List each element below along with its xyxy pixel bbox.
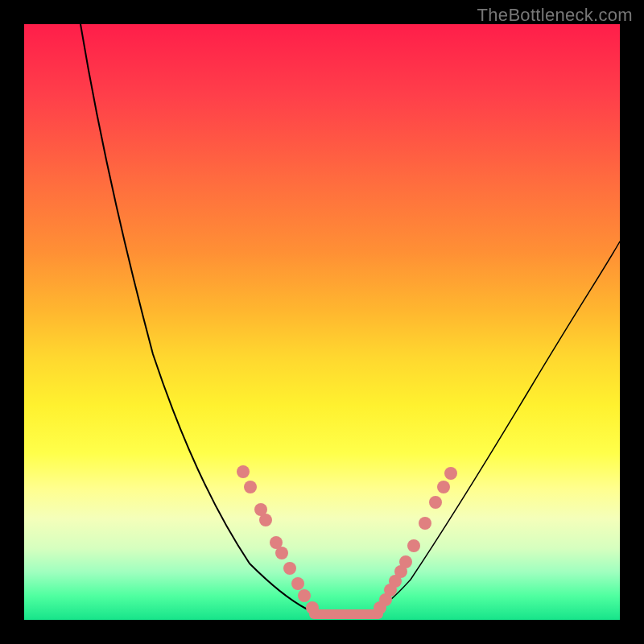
marker-dot	[419, 517, 431, 530]
markers-right	[374, 467, 457, 614]
marker-dot	[291, 577, 304, 590]
chart-stage: TheBottleneck.com	[0, 0, 644, 644]
marker-dot	[275, 547, 288, 559]
left-curve	[80, 24, 322, 613]
marker-dot	[444, 467, 457, 480]
markers-left	[237, 465, 319, 614]
marker-dot	[298, 589, 311, 602]
marker-dot	[283, 562, 296, 575]
chart-plot-area	[24, 24, 620, 620]
marker-dot	[399, 555, 412, 568]
marker-dot	[437, 481, 450, 493]
marker-dot	[306, 601, 319, 614]
marker-dot	[429, 496, 442, 509]
marker-dot	[259, 514, 272, 526]
marker-dot	[237, 465, 250, 478]
marker-dot	[244, 481, 257, 493]
watermark-text: TheBottleneck.com	[477, 5, 633, 26]
marker-dot	[407, 539, 420, 552]
chart-svg	[24, 24, 620, 620]
